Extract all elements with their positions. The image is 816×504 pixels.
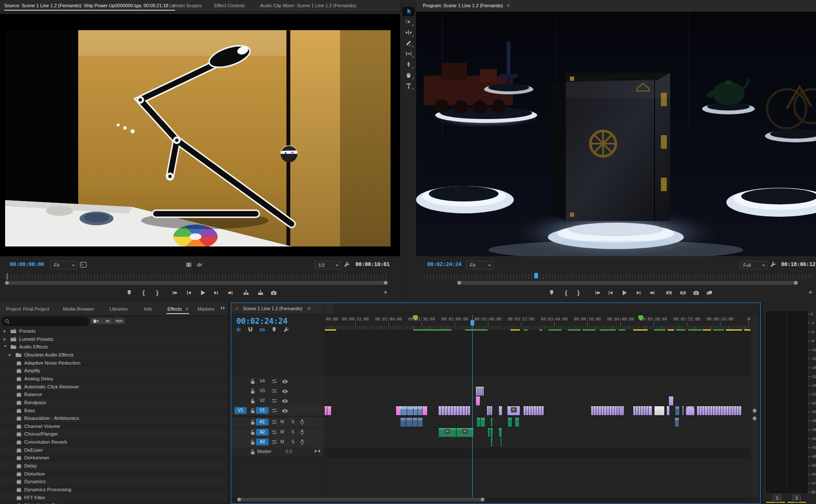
track-content-a2[interactable]: fxfx — [324, 428, 751, 438]
export-frame-button[interactable] — [269, 289, 278, 297]
timeline-clip[interactable]: fx — [439, 428, 456, 437]
lift-button[interactable] — [664, 289, 674, 297]
solo-button[interactable]: S — [290, 430, 296, 434]
tab-audio-clip-mixer[interactable]: Audio Clip Mixer: Scene 1 Line 1.2 (Fern… — [260, 0, 356, 11]
track-header-v4[interactable]: V4 — [231, 377, 324, 387]
track-target-v2[interactable]: V2 — [256, 397, 269, 404]
add-marker-button[interactable] — [125, 289, 134, 297]
track-output-eye-icon[interactable] — [282, 409, 288, 413]
extract-button[interactable] — [678, 289, 688, 297]
timeline-horizontal-scrollbar[interactable] — [232, 497, 751, 502]
effect-item[interactable]: Adaptive Noise Reduction — [0, 359, 228, 367]
timeline-clip[interactable] — [604, 406, 606, 415]
timeline-clip[interactable] — [418, 418, 422, 427]
track-target-a3[interactable]: A3 — [256, 439, 269, 445]
timeline-clip[interactable] — [734, 406, 736, 415]
timeline-clip[interactable] — [539, 406, 541, 415]
track-lock-icon[interactable] — [250, 439, 255, 445]
timeline-clip[interactable]: fx — [456, 428, 473, 437]
track-header-a3[interactable]: A3MS — [231, 437, 324, 447]
track-header-master[interactable]: Master0.0 — [231, 447, 324, 457]
timeline-clip[interactable] — [654, 406, 664, 415]
timeline-clip[interactable] — [675, 406, 679, 415]
settings-wrench-icon[interactable] — [770, 261, 776, 268]
timeline-clip[interactable] — [646, 406, 648, 415]
timeline-playhead[interactable] — [472, 314, 473, 502]
mark-in-button[interactable]: { — [561, 289, 571, 297]
timeline-clip[interactable] — [478, 387, 480, 396]
track-lock-icon[interactable] — [250, 398, 255, 404]
timeline-clip[interactable] — [617, 406, 619, 415]
timeline-clip[interactable] — [636, 406, 638, 415]
timeline-clip[interactable] — [407, 406, 413, 415]
track-target-v1[interactable]: V1 — [256, 407, 269, 414]
timeline-clip[interactable] — [650, 406, 652, 415]
zoom-handle-left[interactable] — [5, 281, 9, 285]
drag-audio-only-icon[interactable] — [196, 262, 202, 268]
effect-item[interactable]: Balance — [0, 391, 228, 399]
timeline-clip[interactable] — [418, 406, 422, 415]
sync-lock-icon[interactable] — [272, 398, 277, 404]
zoom-handle-right[interactable] — [794, 281, 798, 285]
timeline-clip[interactable] — [612, 406, 614, 415]
timeline-clip[interactable] — [591, 406, 593, 415]
timeline-clip[interactable] — [729, 406, 731, 415]
timeline-clip[interactable] — [536, 406, 538, 415]
timeline-clip[interactable] — [541, 406, 544, 415]
timeline-clip[interactable] — [414, 406, 417, 415]
overwrite-button[interactable] — [256, 289, 265, 297]
tab-libraries[interactable]: Libraries — [110, 303, 128, 315]
tab-lumetri-scopes[interactable]: Lumetri Scopes — [169, 0, 201, 11]
step-back-button[interactable] — [606, 289, 615, 297]
chevron-right-icon[interactable] — [8, 353, 11, 357]
track-target-v3[interactable]: V3 — [256, 388, 269, 394]
timeline-clip[interactable] — [499, 428, 502, 437]
pen-tool[interactable] — [402, 60, 414, 69]
timeline-clip[interactable] — [468, 406, 470, 415]
timeline-clip[interactable] — [456, 406, 459, 415]
step-forward-button[interactable] — [634, 289, 643, 297]
source-playhead[interactable] — [7, 273, 8, 280]
effect-item[interactable]: Delay — [0, 462, 228, 470]
timeline-clip[interactable] — [638, 406, 640, 415]
zoom-handle-left[interactable] — [457, 281, 461, 285]
panel-menu-icon[interactable]: ≡ — [507, 3, 510, 8]
sync-lock-icon[interactable] — [272, 408, 277, 413]
track-output-eye-icon[interactable] — [282, 399, 288, 403]
timeline-clip[interactable] — [442, 406, 444, 415]
go-to-in-button[interactable] — [170, 289, 179, 297]
scrollbar-thumb[interactable] — [237, 498, 484, 501]
timeline-clip[interactable] — [477, 418, 480, 427]
timeline-clip[interactable] — [453, 406, 456, 415]
play-button[interactable] — [198, 289, 207, 297]
effect-item[interactable]: Analog Delay — [0, 375, 228, 383]
timeline-clip[interactable] — [718, 406, 720, 415]
timeline-clip[interactable] — [524, 406, 526, 415]
chevron-down-icon[interactable] — [3, 345, 7, 348]
hand-tool[interactable] — [402, 71, 414, 80]
track-lock-icon[interactable] — [250, 408, 255, 413]
program-resolution-select[interactable]: Full — [740, 261, 768, 269]
timeline-clip[interactable] — [448, 406, 450, 415]
track-select-forward-tool[interactable] — [402, 17, 414, 27]
track-lock-icon[interactable] — [250, 449, 255, 455]
timeline-clip[interactable] — [721, 406, 723, 415]
ripple-edit-tool[interactable] — [402, 28, 414, 37]
effect-item[interactable]: Amplify — [0, 367, 228, 375]
timeline-clip[interactable] — [697, 406, 699, 415]
source-zoom-select[interactable]: Fit — [50, 261, 77, 269]
timeline-clip[interactable] — [723, 406, 726, 415]
slip-tool[interactable] — [402, 49, 414, 59]
folder-item[interactable]: Presets — [0, 327, 228, 335]
effect-item[interactable]: Bandpass — [0, 399, 228, 407]
timeline-clip[interactable] — [726, 406, 728, 415]
timeline-clip[interactable] — [459, 406, 462, 415]
effect-item[interactable]: Dynamics Processing — [0, 486, 228, 494]
timeline-clip[interactable] — [476, 387, 478, 396]
timeline-ruler[interactable]: :00:0000:00:32:0000:01:04:0000:01:36:000… — [324, 314, 751, 331]
tab-source[interactable]: Source: Scene 1 Line 1.2 (Fernando): Shi… — [4, 0, 175, 11]
timeline-clip[interactable] — [491, 406, 492, 415]
folder-item[interactable]: Audio Effects — [0, 343, 228, 351]
accelerated-effects-filter-button[interactable] — [91, 318, 102, 324]
timeline-clip[interactable] — [422, 406, 427, 415]
